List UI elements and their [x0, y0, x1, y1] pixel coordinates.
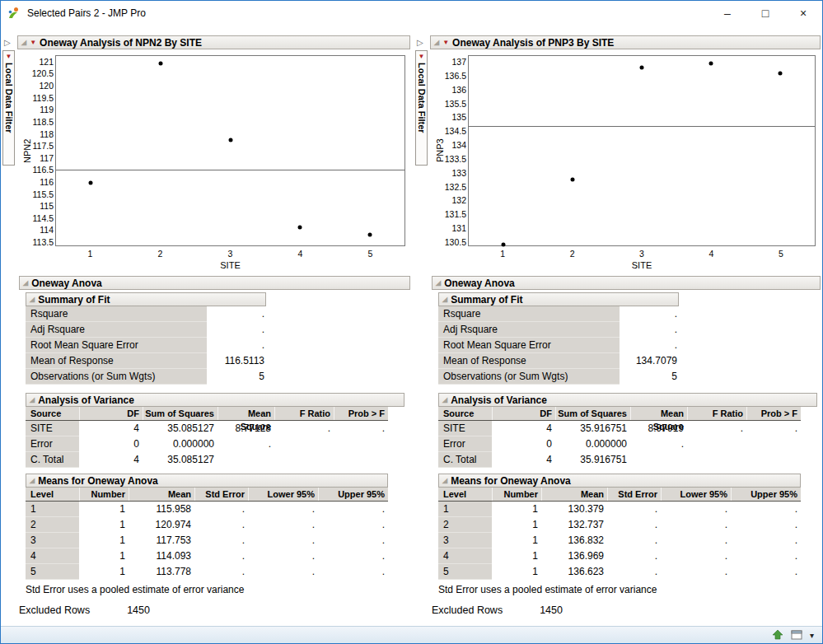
outline-title: Oneway Analysis of PNP3 By SITE [452, 37, 614, 49]
column-header: Lower 95% [248, 488, 318, 501]
disclosure-icon[interactable]: ◢ [21, 40, 26, 46]
data-point-marker[interactable] [367, 233, 372, 237]
x-axis[interactable]: 12345 [55, 249, 405, 259]
red-triangle-menu-icon[interactable]: ▼ [6, 54, 12, 60]
data-point-marker[interactable] [158, 61, 162, 65]
outline-header-oneway-anova[interactable]: ◢ Oneway Anova [19, 276, 410, 290]
title-bar[interactable]: Selected Pairs 2 - JMP Pro – □ × [1, 1, 822, 26]
cell: 4 [492, 452, 555, 468]
summary-value: . [207, 306, 266, 322]
column-header: Mean [129, 488, 194, 501]
outline-title: Summary of Fit [451, 294, 522, 306]
close-button[interactable]: × [784, 1, 822, 26]
outline-header-oneway-anova[interactable]: ◢ Oneway Anova [432, 276, 821, 290]
analysis-of-variance-table: SourceDFSum of SquaresMean SquareF Ratio… [438, 407, 801, 468]
y-tick-label: 132.5 [442, 182, 466, 192]
outline-header-oneway-analysis[interactable]: ◢ ▼ Oneway Analysis of PNP3 By SITE [430, 35, 821, 49]
row-label: 3 [438, 533, 492, 548]
data-point-marker[interactable] [502, 243, 506, 247]
local-data-filter-tab[interactable]: ▼ Local Data Filter [2, 50, 15, 166]
outline-header-analysis-of-variance[interactable]: ◢ Analysis of Variance [438, 393, 817, 407]
row-label: 3 [26, 533, 79, 548]
cell: . [274, 421, 334, 436]
cell: . [194, 533, 248, 548]
outline-header-oneway-analysis[interactable]: ◢ ▼ Oneway Analysis of NPN2 By SITE [17, 35, 410, 49]
row-label: 1 [26, 502, 79, 517]
data-point-marker[interactable] [571, 178, 575, 182]
summary-row: Observations (or Sum Wgts)5 [26, 369, 266, 385]
summary-row: Mean of Response134.7079 [438, 353, 679, 369]
x-axis[interactable]: 12345 [468, 249, 816, 259]
cell [334, 436, 388, 452]
data-point-marker[interactable] [89, 180, 93, 184]
y-axis[interactable]: 137136.5136135.5135134.5134133.5133132.5… [442, 55, 466, 246]
cell: . [194, 517, 248, 533]
status-dropdown-arrow-icon[interactable]: ▾ [810, 631, 814, 640]
disclosure-icon[interactable]: ◢ [434, 40, 439, 46]
data-point-marker[interactable] [298, 225, 302, 229]
disclosure-icon[interactable]: ◢ [23, 280, 28, 287]
minimize-button[interactable]: – [708, 1, 746, 26]
disclosure-icon[interactable]: ◢ [442, 296, 447, 303]
data-point-marker[interactable] [779, 71, 783, 75]
table-row: 51136.623... [438, 564, 801, 580]
y-axis[interactable]: 121120.5120119.5119118.5118117.5117116.5… [29, 55, 54, 246]
disclosure-icon[interactable]: ◢ [442, 397, 447, 404]
y-tick-label: 120 [29, 81, 54, 91]
outline-title: Analysis of Variance [38, 394, 134, 406]
x-tick-label: 4 [298, 249, 303, 259]
summary-label: Root Mean Square Error [26, 338, 207, 353]
summary-row: Observations (or Sum Wgts)5 [438, 369, 679, 385]
cell [746, 436, 801, 452]
y-tick-label: 113.5 [29, 237, 54, 247]
local-data-filter-label: Local Data Filter [4, 63, 14, 133]
plot-frame[interactable] [468, 55, 816, 246]
disclosure-icon[interactable]: ◢ [30, 296, 35, 303]
cell [274, 452, 334, 468]
y-tick-label: 130.5 [442, 237, 466, 247]
cell [746, 452, 801, 468]
maximize-button[interactable]: □ [746, 1, 784, 26]
cell: . [318, 548, 388, 564]
red-triangle-menu-icon[interactable]: ▼ [419, 54, 425, 60]
disclosure-icon[interactable]: ◢ [442, 478, 447, 484]
outline-header-means[interactable]: ◢ Means for Oneway Anova [438, 474, 801, 488]
jmp-app-icon [7, 7, 21, 20]
outline-header-analysis-of-variance[interactable]: ◢ Analysis of Variance [26, 393, 404, 407]
summary-value: . [620, 338, 679, 353]
cell: 1 [492, 564, 541, 580]
column-header: Number [492, 488, 541, 501]
plot-frame[interactable] [55, 55, 405, 246]
collapse-filter-arrow-icon[interactable]: ▷ [4, 38, 11, 47]
disclosure-icon[interactable]: ◢ [436, 280, 441, 287]
table-header-row: SourceDFSum of SquaresMean SquareF Ratio… [438, 407, 801, 421]
data-point-marker[interactable] [228, 138, 232, 142]
y-tick-label: 116.5 [29, 165, 54, 175]
cell: . [607, 533, 661, 548]
local-data-filter-tab[interactable]: ▼ Local Data Filter [415, 50, 428, 166]
home-window-icon[interactable] [772, 629, 783, 641]
window-icon[interactable] [791, 630, 802, 640]
column-header: Mean Square [630, 407, 687, 420]
red-triangle-menu-icon[interactable]: ▼ [30, 40, 36, 46]
summary-value: 5 [207, 369, 266, 385]
summary-label: Rsquare [26, 306, 207, 322]
summary-label: Mean of Response [438, 353, 620, 369]
summary-label: Rsquare [438, 306, 620, 322]
summary-label: Adj Rsquare [438, 322, 620, 338]
outline-header-summary-of-fit[interactable]: ◢ Summary of Fit [438, 292, 679, 306]
cell: 1 [79, 502, 129, 517]
disclosure-icon[interactable]: ◢ [30, 478, 35, 484]
y-tick-label: 137 [442, 57, 466, 67]
data-point-marker[interactable] [709, 62, 713, 66]
data-point-marker[interactable] [640, 65, 644, 69]
outline-header-summary-of-fit[interactable]: ◢ Summary of Fit [26, 292, 266, 306]
outline-header-means[interactable]: ◢ Means for Oneway Anova [26, 474, 388, 488]
table-header-row: LevelNumberMeanStd ErrorLower 95%Upper 9… [26, 488, 388, 502]
disclosure-icon[interactable]: ◢ [30, 397, 35, 404]
red-triangle-menu-icon[interactable]: ▼ [442, 40, 449, 46]
cell: 1 [492, 517, 541, 533]
collapse-filter-arrow-icon[interactable]: ▷ [417, 38, 423, 47]
column-header: DF [492, 407, 555, 420]
outline-title: Means for Oneway Anova [38, 475, 158, 487]
